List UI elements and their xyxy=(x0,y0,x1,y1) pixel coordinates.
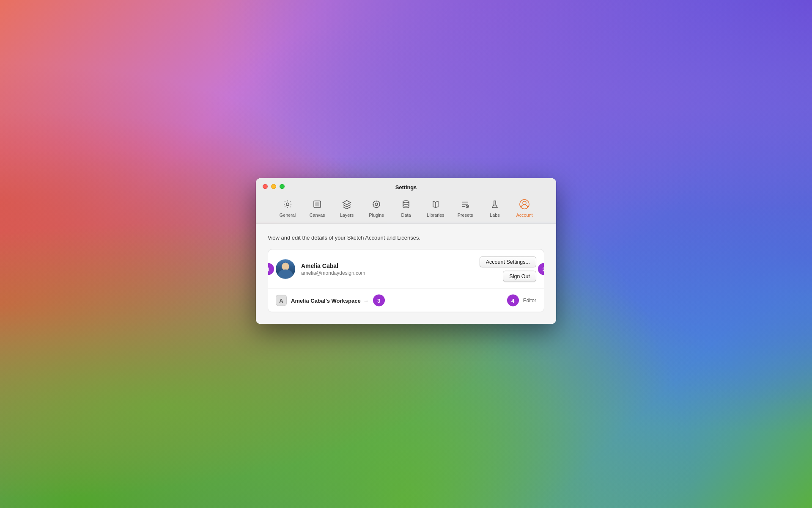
libraries-icon xyxy=(429,198,442,211)
traffic-lights xyxy=(263,184,285,189)
workspace-row[interactable]: A Amelia Cabal's Workspace → 3 4 xyxy=(268,289,544,312)
tab-canvas-label: Canvas xyxy=(310,213,325,218)
data-icon xyxy=(400,198,412,211)
sign-out-button[interactable]: Sign Out xyxy=(503,271,536,282)
tab-presets-label: Presets xyxy=(458,213,473,218)
tab-plugins[interactable]: Plugins xyxy=(362,196,391,220)
window-title: Settings xyxy=(395,184,417,190)
workspace-role-text: Editor xyxy=(523,298,536,304)
account-settings-button[interactable]: Account Settings... xyxy=(480,257,536,268)
tab-account[interactable]: Account xyxy=(510,196,539,220)
layers-icon xyxy=(340,198,353,211)
minimize-button[interactable] xyxy=(271,184,276,189)
account-info-row: 1 Amelia Cabal amelia@mondaydesign.com A… xyxy=(268,250,544,289)
tab-general-label: General xyxy=(280,213,296,218)
avatar-image xyxy=(276,260,295,279)
svg-point-5 xyxy=(403,201,409,203)
account-name-email: Amelia Cabal amelia@mondaydesign.com xyxy=(301,262,474,276)
tab-libraries-label: Libraries xyxy=(427,213,444,218)
account-buttons: Account Settings... Sign Out xyxy=(480,257,536,282)
workspace-name-text: Amelia Cabal's Workspace xyxy=(291,297,361,304)
close-button[interactable] xyxy=(263,184,268,189)
account-email: amelia@mondaydesign.com xyxy=(301,270,474,276)
badge-4: 4 xyxy=(507,295,519,306)
tab-presets[interactable]: Presets xyxy=(450,196,480,220)
gear-icon xyxy=(281,198,294,211)
tab-general[interactable]: General xyxy=(273,196,302,220)
workspace-role: 4 Editor xyxy=(507,295,536,306)
tab-libraries[interactable]: Libraries xyxy=(421,196,450,220)
workspace-icon: A xyxy=(276,295,287,306)
svg-point-3 xyxy=(373,201,380,208)
svg-rect-2 xyxy=(315,203,319,206)
presets-icon xyxy=(459,198,472,211)
maximize-button[interactable] xyxy=(280,184,285,189)
avatar xyxy=(276,260,295,279)
workspace-arrow: → xyxy=(363,297,369,304)
labs-icon xyxy=(488,198,501,211)
tab-layers-label: Layers xyxy=(340,213,354,218)
tab-labs[interactable]: Labs xyxy=(480,196,510,220)
settings-window: Settings General Canvas xyxy=(256,178,556,324)
svg-point-4 xyxy=(375,203,378,206)
content-description: View and edit the details of your Sketch… xyxy=(268,234,544,242)
account-card: 1 Amelia Cabal amelia@mondaydesign.com A… xyxy=(268,249,544,312)
badge-3: 3 xyxy=(373,295,385,306)
content-area: View and edit the details of your Sketch… xyxy=(256,224,556,324)
badge-2: 2 xyxy=(538,263,544,275)
plugins-icon xyxy=(370,198,383,211)
svg-point-0 xyxy=(286,203,289,205)
account-icon xyxy=(518,198,531,211)
tab-data[interactable]: Data xyxy=(391,196,421,220)
tab-account-label: Account xyxy=(516,213,532,218)
svg-point-8 xyxy=(523,202,526,205)
toolbar: General Canvas Layers xyxy=(256,190,556,222)
tab-plugins-label: Plugins xyxy=(369,213,384,218)
tab-data-label: Data xyxy=(401,213,411,218)
canvas-icon xyxy=(311,198,324,211)
tab-layers[interactable]: Layers xyxy=(332,196,362,220)
tab-canvas[interactable]: Canvas xyxy=(302,196,332,220)
tab-labs-label: Labs xyxy=(490,213,499,218)
workspace-name-container: Amelia Cabal's Workspace → xyxy=(291,297,369,304)
account-name: Amelia Cabal xyxy=(301,262,474,269)
title-bar: Settings xyxy=(256,178,556,190)
badge-1: 1 xyxy=(268,263,274,275)
